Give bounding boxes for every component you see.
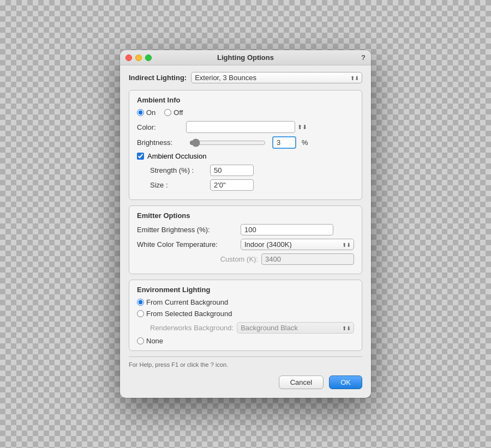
custom-k-label: Custom (K): — [220, 255, 258, 263]
from-current-bg-label[interactable]: From Current Background — [137, 298, 354, 306]
ambient-info-title: Ambient Info — [137, 96, 354, 104]
size-label: Size : — [150, 181, 210, 189]
dialog-window: Lighting Options ? Indirect Lighting: Ex… — [120, 50, 371, 398]
ambient-on-radio-label[interactable]: On — [137, 108, 155, 117]
size-input[interactable] — [210, 179, 254, 191]
indirect-lighting-select-wrapper: Exterior, 3 Bounces Interior, 5 Bounces … — [191, 72, 362, 83]
strength-label: Strength (%) : — [150, 166, 210, 174]
color-row: Color: ⬆⬇ — [137, 121, 354, 133]
brightness-label: Brightness: — [137, 138, 186, 147]
maximize-button[interactable] — [145, 55, 152, 61]
help-text: For Help, press F1 or click the ? icon. — [129, 361, 228, 368]
indirect-lighting-label: Indirect Lighting: — [129, 74, 187, 82]
ambient-off-label: Off — [173, 108, 183, 117]
white-color-temp-label: White Color Temperature: — [137, 240, 241, 249]
ambient-on-radio[interactable] — [137, 109, 144, 116]
minimize-button[interactable] — [135, 55, 142, 61]
environment-lighting-section: Environment Lighting From Current Backgr… — [129, 280, 362, 351]
white-color-temp-row: White Color Temperature: Indoor (3400K) … — [137, 239, 354, 250]
custom-k-row: Custom (K): — [137, 253, 354, 265]
renderworks-bg-select-wrapper: Background Black ⬆⬇ — [237, 322, 354, 334]
from-selected-bg-radio[interactable] — [137, 310, 144, 317]
color-swatch-wrapper — [186, 121, 295, 133]
ok-button[interactable]: OK — [329, 376, 362, 389]
custom-k-input — [261, 253, 354, 265]
env-radio-group: From Current Background From Selected Ba… — [137, 298, 354, 345]
brightness-row: Brightness: % — [137, 136, 354, 149]
strength-row: Strength (%) : — [137, 165, 354, 176]
titlebar: Lighting Options ? — [120, 50, 371, 65]
from-selected-bg-label[interactable]: From Selected Background — [137, 310, 354, 318]
from-current-bg-text: From Current Background — [146, 298, 228, 306]
cancel-button[interactable]: Cancel — [279, 376, 324, 389]
ambient-off-radio-label[interactable]: Off — [164, 108, 183, 117]
from-current-bg-radio[interactable] — [137, 299, 144, 306]
close-button[interactable] — [125, 55, 132, 61]
color-select-arrow: ⬆⬇ — [297, 124, 307, 131]
indirect-lighting-row: Indirect Lighting: Exterior, 3 Bounces I… — [129, 72, 362, 83]
emitter-brightness-row: Emitter Brightness (%): — [137, 224, 354, 235]
color-swatch[interactable] — [186, 121, 295, 133]
ambient-off-radio[interactable] — [164, 109, 171, 116]
brightness-percent: % — [302, 138, 308, 147]
size-row: Size : — [137, 179, 354, 191]
environment-lighting-title: Environment Lighting — [137, 286, 354, 294]
none-label: None — [146, 337, 163, 345]
indirect-lighting-select[interactable]: Exterior, 3 Bounces Interior, 5 Bounces … — [191, 72, 362, 83]
emitter-brightness-input[interactable] — [241, 224, 333, 235]
ambient-on-label: On — [146, 108, 155, 117]
renderworks-bg-row: Renderworks Background: Background Black… — [150, 322, 354, 334]
footer-help: For Help, press F1 or click the ? icon. — [129, 356, 362, 370]
emitter-options-section: Emitter Options Emitter Brightness (%): … — [129, 205, 362, 274]
emitter-options-title: Emitter Options — [137, 211, 354, 220]
renderworks-bg-select[interactable]: Background Black — [237, 322, 354, 334]
emitter-brightness-label: Emitter Brightness (%): — [137, 226, 241, 234]
brightness-value-input[interactable] — [272, 136, 296, 149]
help-icon[interactable]: ? — [361, 53, 366, 62]
none-radio-label[interactable]: None — [137, 337, 354, 345]
dialog-title: Lighting Options — [217, 53, 274, 62]
white-color-temp-select-wrapper: Indoor (3400K) Outdoor (6500K) Custom ⬆⬇ — [241, 239, 354, 250]
brightness-slider[interactable] — [189, 138, 266, 147]
white-color-temp-select[interactable]: Indoor (3400K) Outdoor (6500K) Custom — [241, 239, 354, 250]
button-row: Cancel OK — [129, 370, 362, 391]
ambient-on-off-group: On Off — [137, 108, 354, 117]
renderworks-bg-label: Renderworks Background: — [150, 324, 233, 332]
from-selected-bg-text: From Selected Background — [146, 310, 232, 318]
strength-input[interactable] — [210, 165, 254, 176]
ambient-occlusion-label: Ambient Occlusion — [147, 152, 206, 160]
none-radio[interactable] — [137, 337, 144, 344]
color-label: Color: — [137, 123, 186, 131]
ambient-occlusion-row: Ambient Occlusion — [137, 152, 354, 160]
traffic-lights — [125, 55, 152, 61]
ambient-info-section: Ambient Info On Off Color: ⬆⬇ — [129, 90, 362, 200]
dialog-body: Indirect Lighting: Exterior, 3 Bounces I… — [120, 65, 371, 398]
ambient-occlusion-checkbox[interactable] — [137, 153, 144, 160]
